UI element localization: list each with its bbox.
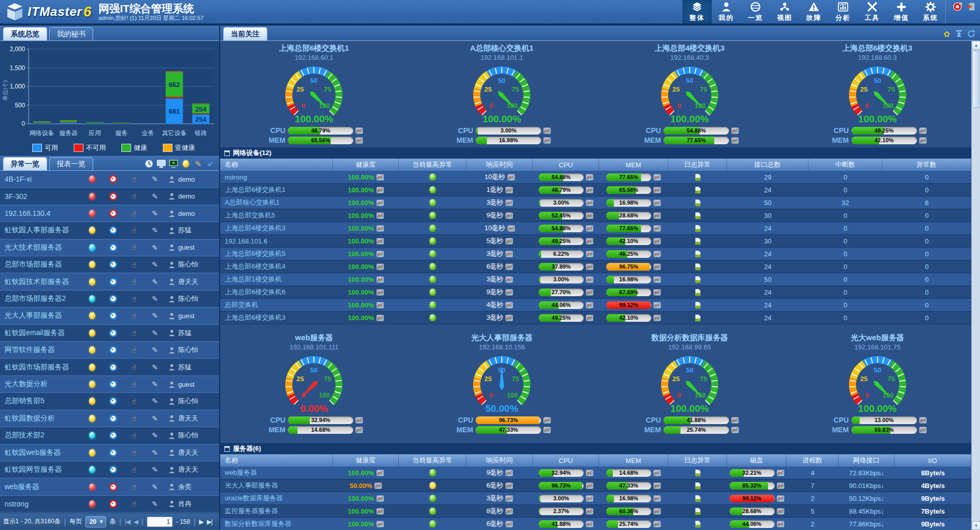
refresh-icon[interactable]	[967, 29, 976, 38]
collapse-icon[interactable]	[954, 29, 964, 38]
trend-chart-icon[interactable]	[731, 127, 739, 134]
nav-item-1[interactable]: 我的	[712, 0, 741, 24]
trend-chart-icon[interactable]	[543, 417, 551, 424]
edit-icon[interactable]: ✎	[152, 449, 158, 456]
trend-chart-icon[interactable]	[731, 417, 739, 424]
device-link[interactable]: 虹钦园email服务器	[0, 328, 81, 338]
log-icon[interactable]	[695, 199, 701, 207]
trend-chart-icon[interactable]	[505, 482, 513, 489]
device-link[interactable]: 虹钦园技术部服务器	[0, 277, 81, 286]
column-header[interactable]: 健康度	[333, 454, 399, 467]
edit-icon[interactable]: ✎	[152, 312, 158, 319]
device-link[interactable]: 上海总部6楼交换机6	[225, 288, 285, 297]
scroll-down-button[interactable]: ▼	[972, 521, 980, 530]
log-icon[interactable]	[695, 225, 701, 232]
check-icon[interactable]: ✔	[206, 159, 215, 168]
trend-chart-icon[interactable]	[505, 315, 513, 321]
exception-row[interactable]: 总部市场部服务器☝✎陈心怡	[0, 256, 219, 273]
trend-chart-icon[interactable]	[376, 200, 384, 206]
tab-overview-1[interactable]: 我的秘书	[49, 27, 93, 40]
trend-chart-icon[interactable]	[777, 521, 784, 527]
trend-chart-icon[interactable]	[505, 289, 513, 296]
trend-chart-icon[interactable]	[505, 495, 513, 502]
hand-icon[interactable]: ☝	[132, 295, 136, 303]
bulb-icon[interactable]	[181, 159, 190, 168]
tab-current-focus[interactable]: 当前关注	[223, 27, 267, 40]
trend-chart-icon[interactable]	[376, 187, 384, 193]
nav-item-6[interactable]: 工具	[858, 0, 887, 24]
log-icon[interactable]	[695, 507, 701, 515]
exception-row[interactable]: 网管软件服务器☝✎陈心怡	[0, 342, 219, 359]
device-row[interactable]: 上海总部6楼交换机6100.00%9毫秒27.70%67.69%2400	[220, 286, 971, 299]
trend-chart-icon[interactable]	[376, 315, 384, 321]
hand-icon[interactable]: ☝	[132, 363, 136, 371]
trend-chart-icon[interactable]	[543, 427, 551, 433]
vertical-scrollbar[interactable]: ▲ ▼	[971, 41, 980, 530]
trend-chart-icon[interactable]	[355, 427, 363, 433]
trend-chart-icon[interactable]	[777, 508, 784, 515]
log-icon[interactable]	[695, 276, 701, 283]
device-row[interactable]: 上海总部交换机5100.00%9毫秒52.45%28.68%3000	[220, 209, 971, 222]
device-link[interactable]: 上海总部交换机5	[225, 211, 275, 220]
trend-chart-icon[interactable]	[376, 470, 384, 476]
column-header[interactable]: 接口总数	[727, 159, 808, 171]
edit-icon[interactable]: ✎	[152, 244, 158, 251]
exception-row[interactable]: 虹钦园网管服务器☝✎唐天天	[0, 461, 219, 478]
exception-row[interactable]: 虹钦园web服务器☝✎唐天天	[0, 445, 219, 461]
trend-chart-icon[interactable]	[653, 470, 661, 476]
trend-chart-icon[interactable]	[586, 238, 593, 245]
trend-chart-icon[interactable]	[376, 225, 384, 232]
trend-chart-icon[interactable]	[653, 263, 661, 270]
device-link[interactable]: 192.168.101.6	[225, 237, 267, 245]
bar-segment[interactable]	[165, 72, 183, 72]
flower-icon[interactable]: ✿	[942, 29, 951, 38]
trend-chart-icon[interactable]	[653, 289, 661, 296]
edit-icon[interactable]: ✎	[152, 398, 158, 405]
gauge-device-name[interactable]: web服务器	[295, 333, 333, 343]
trend-chart-icon[interactable]	[586, 187, 593, 193]
trend-chart-icon[interactable]	[653, 174, 661, 181]
device-row[interactable]: A总部核心交换机1100.00%3毫秒3.00%16.98%50326	[220, 196, 971, 209]
trend-chart-icon[interactable]	[376, 508, 384, 515]
trend-chart-icon[interactable]	[653, 482, 661, 489]
bar-segment[interactable]	[60, 120, 77, 121]
edit-icon[interactable]: ✎	[152, 500, 158, 507]
column-header[interactable]: 名称	[220, 454, 333, 467]
bar-segment[interactable]	[192, 103, 209, 104]
hand-icon[interactable]: ☝	[132, 466, 136, 474]
trend-chart-icon[interactable]	[586, 495, 593, 502]
edit-icon[interactable]: ✎	[152, 227, 158, 234]
trend-chart-icon[interactable]	[505, 302, 513, 308]
hand-icon[interactable]: ☝	[132, 192, 136, 200]
column-header[interactable]: 磁盘	[727, 454, 786, 467]
server-row[interactable]: oracle数据库服务器100.00%3毫秒3.00%16.98%99.12%2…	[220, 492, 971, 505]
hand-icon[interactable]: ☝	[132, 398, 136, 405]
trend-chart-icon[interactable]	[586, 225, 593, 232]
exception-row[interactable]: web服务器☝✎余奕	[0, 478, 219, 495]
bar-segment[interactable]	[60, 121, 77, 122]
device-link[interactable]: 数据分析数据库服务器	[225, 519, 291, 528]
gauge-device-name[interactable]: 光大web服务器	[851, 333, 904, 343]
edit-icon[interactable]: ✎	[152, 295, 158, 302]
gauge-device-name[interactable]: 上海总部6楼交换机1	[279, 43, 349, 53]
column-header[interactable]: 响应时间	[466, 159, 533, 171]
exception-row[interactable]: 虹钦园市场部服务器☝✎苏猛	[0, 359, 219, 376]
device-link[interactable]: 网管软件服务器	[0, 345, 81, 355]
trend-chart-icon[interactable]	[543, 127, 551, 134]
trend-chart-icon[interactable]	[355, 137, 363, 144]
trend-chart-icon[interactable]	[653, 508, 661, 515]
log-icon[interactable]	[695, 520, 701, 528]
edit-icon[interactable]: ✎	[152, 346, 158, 354]
hand-icon[interactable]: ☝	[132, 312, 136, 320]
exception-row[interactable]: nstrong☝✎肖冉	[0, 496, 219, 513]
trend-chart-icon[interactable]	[505, 200, 513, 206]
tab-exception-0[interactable]: 异常一览	[3, 157, 47, 170]
nav-item-8[interactable]: 系统	[916, 0, 945, 24]
bar-segment[interactable]	[60, 123, 77, 124]
device-link[interactable]: 总部销售部5	[0, 396, 81, 406]
trend-chart-icon[interactable]	[653, 302, 661, 308]
hand-icon[interactable]: ☝	[132, 346, 136, 354]
trend-chart-icon[interactable]	[731, 137, 739, 144]
bar-segment[interactable]	[33, 122, 51, 123]
trend-chart-icon[interactable]	[586, 251, 593, 257]
